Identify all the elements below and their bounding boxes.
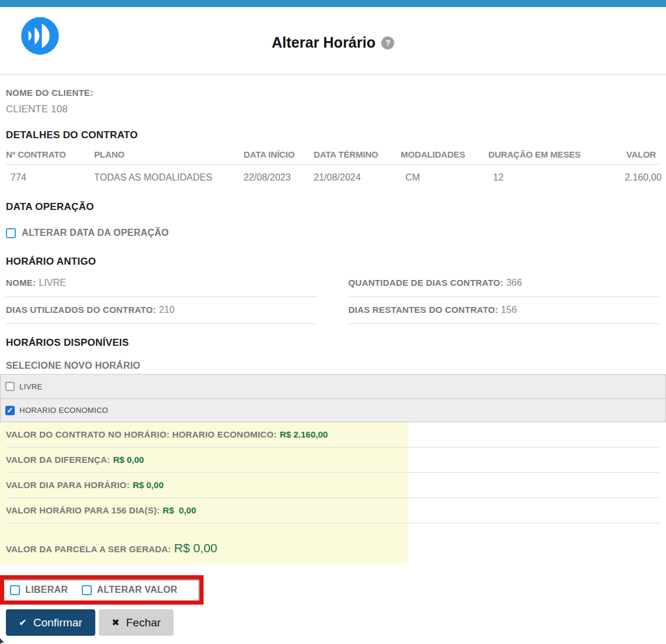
valor-contrato-horario-label: VALOR DO CONTRATO NO HORÁRIO: HORARIO EC… xyxy=(6,429,277,439)
cell-modalidades: CM xyxy=(401,165,488,191)
client-section: NOME DO CLIENTE: CLIENTE 108 xyxy=(6,88,660,115)
contract-section-title: DETALHES DO CONTRATO xyxy=(6,129,660,141)
field-dias-utilizados-value: 210 xyxy=(159,305,175,315)
valor-parcela-row: VALOR DA PARCELA A SER GERADA:R$ 0,00 xyxy=(6,523,660,565)
alterar-valor-label: ALTERAR VALOR xyxy=(97,585,178,595)
check-icon: ✔ xyxy=(19,617,26,628)
option-livre-checkbox[interactable] xyxy=(5,382,15,391)
close-button-label: Fechar xyxy=(126,616,161,629)
option-horario-economico[interactable]: HORARIO ECONOMICO xyxy=(1,398,665,422)
valor-horario-dias-value: R$ 0,00 xyxy=(163,505,197,515)
dialog-header: Alterar Horário ? xyxy=(0,7,666,75)
horario-antigo-fields: NOME:LIVRE QUANTIDADE DE DIAS CONTRATO:3… xyxy=(6,270,660,324)
valor-diferenca-row: VALOR DA DIFERENÇA:R$ 0,00 xyxy=(6,448,660,473)
cell-plano: TODAS AS MODALIDADES xyxy=(94,165,244,191)
col-header-duracao: DURAÇÃO EM MESES xyxy=(488,145,625,164)
horario-antigo-title: HORÁRIO ANTIGO xyxy=(6,256,660,268)
option-livre-label: LIVRE xyxy=(19,382,42,391)
close-button[interactable]: ✖ Fechar xyxy=(99,609,174,636)
valor-contrato-horario-value: R$ 2.160,00 xyxy=(279,429,328,439)
alterar-data-operacao-option[interactable]: ALTERAR DATA DA OPERAÇÃO xyxy=(6,228,660,238)
field-nome-value: LIVRE xyxy=(39,278,66,288)
field-dias-utilizados: DIAS UTILIZADOS DO CONTRATO:210 xyxy=(6,297,318,324)
alterar-valor-checkbox[interactable] xyxy=(82,585,92,595)
option-horario-economico-label: HORARIO ECONOMICO xyxy=(19,406,108,415)
contract-table: Nº CONTRATO PLANO DATA INÍCIO DATA TÉRMI… xyxy=(6,145,660,191)
page-title: Alterar Horário xyxy=(272,34,375,51)
cell-numero: 774 xyxy=(6,165,94,191)
action-buttons: ✔ Confirmar ✖ Fechar xyxy=(6,609,660,636)
col-header-inicio: DATA INÍCIO xyxy=(244,145,314,164)
confirm-button-label: Confirmar xyxy=(33,616,82,629)
valor-horario-dias-row: VALOR HORÁRIO PARA 156 DIA(S):R$ 0,00 xyxy=(6,498,660,523)
valor-parcela-label: VALOR DA PARCELA A SER GERADA: xyxy=(6,544,171,554)
valor-dia-horario-label: VALOR DIA PARA HORÁRIO: xyxy=(6,480,129,490)
contract-table-row: 774 TODAS AS MODALIDADES 22/08/2023 21/0… xyxy=(6,165,660,191)
valor-diferenca-label: VALOR DA DIFERENÇA: xyxy=(6,455,110,465)
field-dias-utilizados-label: DIAS UTILIZADOS DO CONTRATO: xyxy=(6,305,156,315)
cell-termino: 21/08/2024 xyxy=(314,165,401,191)
field-dias-restantes: DIAS RESTANTES DO CONTRATO:156 xyxy=(348,297,660,324)
top-accent-bar xyxy=(0,0,666,7)
liberar-label: LIBERAR xyxy=(25,585,68,595)
help-icon[interactable]: ? xyxy=(381,36,394,49)
confirm-button[interactable]: ✔ Confirmar xyxy=(6,609,95,636)
field-nome: NOME:LIVRE xyxy=(6,270,318,297)
liberar-options-annotated-box: LIBERAR ALTERAR VALOR xyxy=(0,575,204,605)
contract-table-header: Nº CONTRATO PLANO DATA INÍCIO DATA TÉRMI… xyxy=(6,145,660,165)
client-name-label: NOME DO CLIENTE: xyxy=(6,88,93,98)
mouse-cursor xyxy=(0,638,5,644)
valor-contrato-horario-row: VALOR DO CONTRATO NO HORÁRIO: HORARIO EC… xyxy=(6,422,660,448)
col-header-valor: VALOR xyxy=(625,145,660,164)
cell-inicio: 22/08/2023 xyxy=(244,165,314,191)
col-header-termino: DATA TÉRMINO xyxy=(314,145,401,164)
field-qtd-dias: QUANTIDADE DE DIAS CONTRATO:366 xyxy=(348,270,660,297)
option-livre[interactable]: LIVRE xyxy=(1,375,665,398)
valor-diferenca-value: R$ 0,00 xyxy=(113,455,144,465)
horarios-disponiveis-title: HORÁRIOS DISPONÍVEIS xyxy=(6,337,660,349)
alterar-data-operacao-checkbox[interactable] xyxy=(6,228,16,238)
cell-valor: 2.160,00 xyxy=(625,165,665,191)
valor-horario-dias-label: VALOR HORÁRIO PARA 156 DIA(S): xyxy=(6,505,160,515)
field-dias-restantes-label: DIAS RESTANTES DO CONTRATO: xyxy=(348,305,498,315)
field-dias-restantes-value: 156 xyxy=(501,305,517,315)
option-horario-economico-checkbox[interactable] xyxy=(5,406,15,415)
valor-dia-horario-row: VALOR DIA PARA HORÁRIO:R$ 0,00 xyxy=(6,473,660,498)
col-header-numero: Nº CONTRATO xyxy=(6,145,94,164)
liberar-checkbox[interactable] xyxy=(10,585,20,595)
data-operacao-title: DATA OPERAÇÃO xyxy=(6,201,660,213)
client-name-value: CLIENTE 108 xyxy=(6,104,660,115)
col-header-modalidades: MODALIDADES xyxy=(401,145,488,164)
field-qtd-dias-value: 366 xyxy=(506,278,522,288)
col-header-plano: PLANO xyxy=(94,145,244,164)
valores-section: VALOR DO CONTRATO NO HORÁRIO: HORARIO EC… xyxy=(0,422,660,565)
dialog-body: NOME DO CLIENTE: CLIENTE 108 DETALHES DO… xyxy=(0,88,666,636)
field-qtd-dias-label: QUANTIDADE DE DIAS CONTRATO: xyxy=(348,278,503,288)
alterar-data-operacao-label: ALTERAR DATA DA OPERAÇÃO xyxy=(22,228,169,238)
close-icon: ✖ xyxy=(112,617,119,628)
selecione-novo-horario-label: SELECIONE NOVO HORÁRIO xyxy=(6,361,660,371)
valor-parcela-value: R$ 0,00 xyxy=(174,541,218,555)
cell-duracao: 12 xyxy=(488,165,625,191)
horario-options-list: LIVRE HORARIO ECONOMICO xyxy=(0,374,666,422)
valor-dia-horario-value: R$ 0,00 xyxy=(132,480,164,490)
field-nome-label: NOME: xyxy=(6,278,36,288)
